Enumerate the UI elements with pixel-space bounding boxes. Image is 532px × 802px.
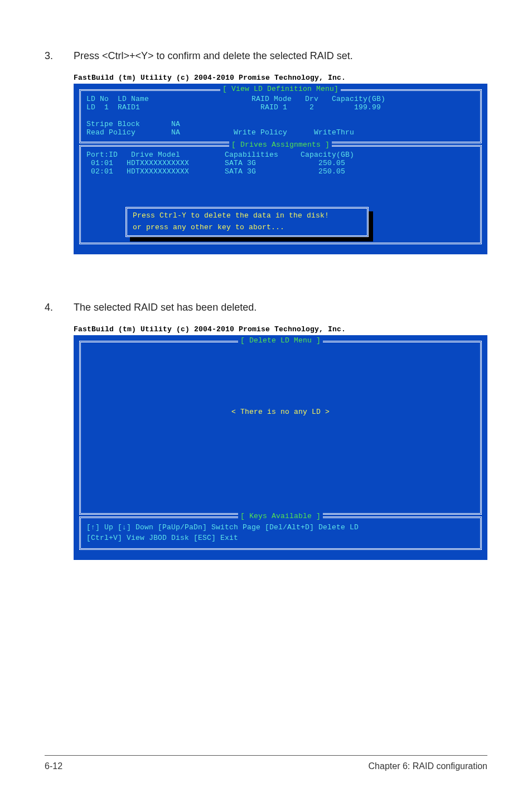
keys-line-1: [↑] Up [↓] Down [PaUp/PaDn] Switch Page …: [86, 523, 475, 533]
dialog-box: Press Ctrl-Y to delete the data in the d…: [125, 207, 369, 237]
delete-ld-menu-panel: [ Delete LD Menu ] < There is no any LD …: [79, 341, 482, 515]
drives-row-1: 01:01 HDTXXXXXXXXXXX SATA 3G 250.05: [86, 159, 345, 167]
terminal-body: [ View LD Definition Menu] LD No LD Name…: [74, 84, 487, 254]
step-3: 3. Press <Ctrl>+<Y> to confirm and delet…: [45, 50, 487, 62]
ld-def-writepolicy: Write Policy WriteThru: [234, 128, 354, 137]
step-4-text: The selected RAID set has been deleted.: [74, 302, 257, 313]
screenshot-delete-ld-menu: FastBuild (tm) Utility (c) 2004-2010 Pro…: [74, 326, 487, 560]
ld-def-header-left: LD No LD Name: [86, 95, 149, 103]
terminal-body-2: [ Delete LD Menu ] < There is no any LD …: [74, 335, 487, 560]
ld-def-row-left: LD 1 RAID1: [86, 103, 140, 112]
fastbuild-header-text: FastBuild (tm) Utility (c) 2004-2010 Pro…: [74, 74, 487, 83]
confirm-dialog: Press Ctrl-Y to delete the data in the d…: [125, 207, 369, 237]
page-footer: 6-12 Chapter 6: RAID configuration: [45, 755, 487, 771]
screenshot-view-ld-definition: FastBuild (tm) Utility (c) 2004-2010 Pro…: [74, 74, 487, 254]
dialog-line-1: Press Ctrl-Y to delete the data in the d…: [133, 212, 361, 220]
drives-content: Port:ID Drive Model Capabilities Capacit…: [86, 151, 475, 210]
step-3-text: Press <Ctrl>+<Y> to confirm and delete t…: [74, 50, 353, 62]
keys-available-panel: [ Keys Available ] [↑] Up [↓] Down [PaUp…: [79, 516, 482, 550]
step-4: 4. The selected RAID set has been delete…: [45, 302, 487, 313]
ld-def-readpolicy: Read Policy NA: [86, 128, 180, 137]
panel-title-drives: [ Drives Assignments ]: [229, 141, 332, 149]
ld-def-row-right: RAID 1 2 199.99: [260, 103, 381, 112]
dialog-line-2: or press any other key to abort...: [133, 224, 361, 232]
panel-title-view-ld: [ View LD Definition Menu]: [220, 85, 341, 94]
ld-definition-content: LD No LD Name RAID Mode Drv Capacity(GB)…: [86, 95, 475, 137]
drives-row-2: 02:01 HDTXXXXXXXXXXX SATA 3G 250.05: [86, 167, 345, 176]
keys-line-2: [Ctrl+V] View JBOD Disk [ESC] Exit: [86, 533, 475, 544]
ld-def-stripe: Stripe Block NA: [86, 120, 180, 128]
step-3-number: 3.: [45, 50, 74, 62]
no-ld-message: < There is no any LD >: [86, 408, 475, 417]
page: 3. Press <Ctrl>+<Y> to confirm and delet…: [0, 0, 532, 802]
drives-assignments-panel: [ Drives Assignments ] Port:ID Drive Mod…: [79, 145, 482, 245]
step-4-number: 4.: [45, 302, 74, 313]
page-number: 6-12: [45, 761, 62, 771]
panel-title-keys: [ Keys Available ]: [238, 513, 323, 521]
drives-header-row: Port:ID Drive Model Capabilities Capacit…: [86, 151, 354, 159]
ld-def-header-right: RAID Mode Drv Capacity(GB): [252, 95, 385, 103]
fastbuild-header-text-2: FastBuild (tm) Utility (c) 2004-2010 Pro…: [74, 326, 487, 334]
panel-title-delete-ld: [ Delete LD Menu ]: [238, 337, 323, 345]
chapter-title: Chapter 6: RAID configuration: [369, 761, 487, 771]
view-ld-definition-panel: [ View LD Definition Menu] LD No LD Name…: [79, 89, 482, 143]
